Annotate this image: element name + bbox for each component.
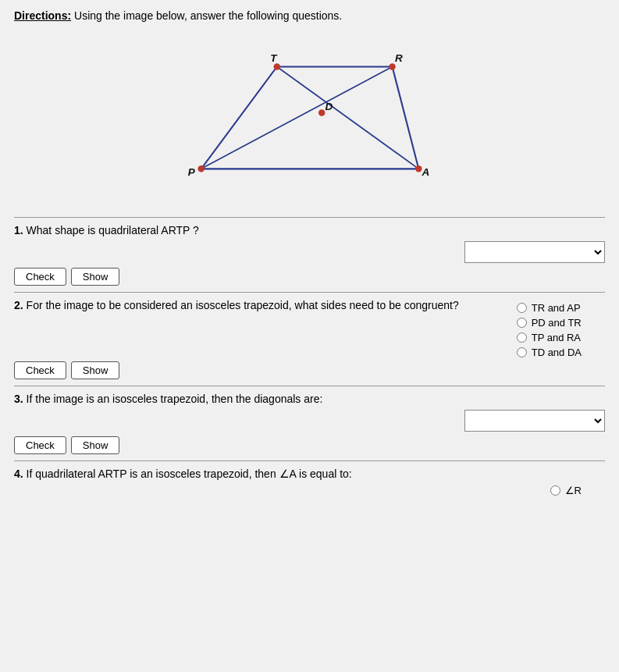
svg-text:R: R bbox=[394, 52, 402, 64]
question-3-block: 3. If the image is an isosceles trapezoi… bbox=[14, 393, 605, 454]
svg-marker-0 bbox=[201, 66, 418, 169]
svg-text:T: T bbox=[270, 52, 278, 64]
svg-line-2 bbox=[201, 66, 392, 169]
q4-number: 4. bbox=[14, 468, 23, 480]
q2-left: 2. For the image to be considered an iso… bbox=[14, 299, 517, 316]
svg-point-4 bbox=[389, 63, 395, 69]
q1-dropdown-wrapper: Trapezoid Isosceles Trapezoid Parallelog… bbox=[464, 241, 605, 263]
question-1-label: 1. What shape is quadrilateral ARTP ? bbox=[14, 224, 605, 236]
question-2-block: 2. For the image to be considered an iso… bbox=[14, 299, 605, 379]
page: Directions: Using the image below, answe… bbox=[0, 0, 619, 672]
svg-point-7 bbox=[318, 109, 324, 116]
q4-radio-partial: ∠R bbox=[14, 485, 582, 496]
svg-point-3 bbox=[273, 63, 279, 69]
q1-number: 1. bbox=[14, 224, 23, 236]
q1-dropdown[interactable]: Trapezoid Isosceles Trapezoid Parallelog… bbox=[464, 241, 605, 263]
q3-answer-row: Congruent Perpendicular Bisecting each o… bbox=[14, 410, 605, 432]
question-1-block: 1. What shape is quadrilateral ARTP ? Tr… bbox=[14, 224, 605, 286]
q3-show-button[interactable]: Show bbox=[71, 436, 120, 454]
svg-text:A: A bbox=[421, 166, 429, 178]
q2-option-2-label: PD and TR bbox=[532, 317, 582, 329]
q2-check-button[interactable]: Check bbox=[14, 361, 66, 379]
question-2-label: 2. For the image to be considered an iso… bbox=[14, 299, 517, 311]
q2-option-3-label: TP and RA bbox=[532, 332, 581, 343]
svg-text:D: D bbox=[325, 101, 333, 112]
q2-option-3[interactable]: TP and RA bbox=[517, 332, 581, 343]
question-3-label: 3. If the image is an isosceles trapezoi… bbox=[14, 393, 605, 405]
q2-option-4-label: TD and DA bbox=[532, 347, 582, 358]
question-4-block: 4. If quadrilateral ARTP is an isosceles… bbox=[14, 468, 605, 496]
q4-radio-partial-1[interactable] bbox=[550, 485, 560, 496]
q2-option-2[interactable]: PD and TR bbox=[517, 317, 582, 329]
directions-label: Directions: bbox=[14, 9, 71, 22]
q2-radio-1[interactable] bbox=[517, 303, 527, 313]
q2-radio-2[interactable] bbox=[517, 318, 527, 328]
q3-text: If the image is an isosceles trapezoid, … bbox=[27, 393, 323, 405]
q4-option-partial[interactable]: ∠R bbox=[550, 485, 582, 496]
q2-number: 2. bbox=[14, 299, 23, 311]
q2-option-1[interactable]: TR and AP bbox=[517, 302, 581, 314]
q3-dropdown[interactable]: Congruent Perpendicular Bisecting each o… bbox=[464, 410, 605, 432]
q2-option-4[interactable]: TD and DA bbox=[517, 347, 582, 358]
divider-4 bbox=[14, 460, 605, 461]
divider-1 bbox=[14, 217, 605, 218]
q4-text: If quadrilateral ARTP is an isosceles tr… bbox=[27, 468, 352, 480]
svg-line-1 bbox=[276, 66, 418, 169]
question-4-label: 4. If quadrilateral ARTP is an isosceles… bbox=[14, 468, 605, 480]
q1-answer-row: Trapezoid Isosceles Trapezoid Parallelog… bbox=[14, 241, 605, 263]
divider-2 bbox=[14, 292, 605, 293]
q1-btn-row: Check Show bbox=[14, 268, 605, 286]
q3-btn-row: Check Show bbox=[14, 436, 605, 454]
q2-layout: 2. For the image to be considered an iso… bbox=[14, 299, 605, 358]
q3-dropdown-wrapper: Congruent Perpendicular Bisecting each o… bbox=[464, 410, 605, 432]
q2-option-1-label: TR and AP bbox=[532, 302, 581, 314]
q4-partial-label: ∠R bbox=[565, 485, 582, 496]
q2-radio-4[interactable] bbox=[517, 347, 527, 357]
diagram-container: T R A P D bbox=[14, 30, 605, 209]
diagram-svg: T R A P D bbox=[162, 30, 458, 209]
divider-3 bbox=[14, 386, 605, 386]
q1-check-button[interactable]: Check bbox=[14, 268, 66, 286]
q2-text: For the image to be considered an isosce… bbox=[27, 299, 459, 311]
q3-check-button[interactable]: Check bbox=[14, 436, 66, 454]
q1-show-button[interactable]: Show bbox=[71, 268, 120, 286]
q2-radio-3[interactable] bbox=[517, 332, 527, 343]
q2-btn-row: Check Show bbox=[14, 361, 605, 379]
q1-text: What shape is quadrilateral ARTP ? bbox=[27, 224, 199, 236]
directions-text: Using the image below, answer the follow… bbox=[74, 9, 342, 22]
svg-point-5 bbox=[415, 165, 422, 172]
svg-point-6 bbox=[197, 165, 204, 172]
directions: Directions: Using the image below, answe… bbox=[14, 9, 605, 22]
q2-show-button[interactable]: Show bbox=[71, 361, 120, 379]
q2-right: TR and AP PD and TR TP and RA TD and DA bbox=[517, 302, 582, 358]
q3-number: 3. bbox=[14, 393, 23, 405]
svg-text:P: P bbox=[187, 166, 195, 178]
